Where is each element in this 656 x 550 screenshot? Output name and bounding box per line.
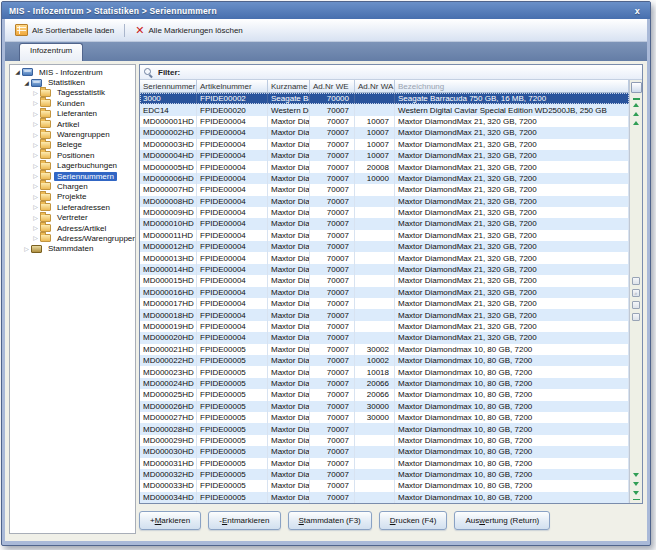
button-entmarkieren[interactable]: - Entmarkieren [208, 511, 280, 530]
table-row-MD000023HD[interactable]: MD000023HDFPIDE00005Maxtor Dia7000710018… [140, 366, 629, 377]
expand-icon[interactable]: ▷ [31, 89, 40, 97]
expand-icon[interactable]: ▷ [31, 99, 40, 107]
table-row-MD000006HD[interactable]: MD000006HDFPIDE00004Maxtor Dia7000710000… [140, 173, 629, 184]
expand-icon[interactable]: ▷ [31, 234, 40, 242]
collapse-icon[interactable]: ◢ [13, 68, 22, 76]
column-header-ad-nr-wa[interactable]: Ad.Nr WA [355, 80, 395, 93]
table-row-MD000020HD[interactable]: MD000020HDFPIDE00004Maxtor Dia70007Maxto… [140, 332, 629, 343]
table-row-MD000021HD[interactable]: MD000021HDFPIDE00005Maxtor Dia7000730002… [140, 344, 629, 355]
table-row-MD000002HD[interactable]: MD000002HDFPIDE00004Maxtor Dia7000710007… [140, 127, 629, 138]
layout-icon[interactable] [632, 313, 640, 321]
prev-row-icon[interactable] [633, 121, 639, 125]
tree-item-chargen[interactable]: ▷Chargen [10, 181, 135, 191]
button-drucken-f4[interactable]: Drucken (F4) [379, 511, 448, 530]
table-row-MD000004HD[interactable]: MD000004HDFPIDE00004Maxtor Dia7000710007… [140, 150, 629, 161]
tree-item-lieferadressen[interactable]: ▷Lieferadressen [10, 202, 135, 212]
tree-item-tagesstatistik[interactable]: ▷Tagesstatistik [10, 88, 135, 98]
collapse-icon[interactable]: ◢ [22, 79, 31, 87]
expand-icon[interactable]: ▷ [31, 172, 40, 180]
table-row-MD000005HD[interactable]: MD000005HDFPIDE00004Maxtor Dia7000720008… [140, 161, 629, 172]
tree-item-adress-artikel[interactable]: ▷Adress/Artikel [10, 223, 135, 233]
table-row-MD000009HD[interactable]: MD000009HDFPIDE00004Maxtor Dia70007Maxto… [140, 207, 629, 218]
table-row-EDC14[interactable]: EDC14FPIDE00020Western Di70007Western Di… [140, 104, 629, 115]
column-header-bezeichnung[interactable]: Bezeichnung [395, 80, 629, 93]
table-row-MD000007HD[interactable]: MD000007HDFPIDE00004Maxtor Dia70007Maxto… [140, 184, 629, 195]
tree-item-positionen[interactable]: ▷Positionen [10, 150, 135, 160]
table-row-MD000029HD[interactable]: MD000029HDFPIDE00005Maxtor Dia70007Maxto… [140, 435, 629, 446]
table-row-MD000008HD[interactable]: MD000008HDFPIDE00004Maxtor Dia70007Maxto… [140, 196, 629, 207]
expand-icon[interactable]: ▷ [31, 141, 40, 149]
table-row-MD000018HD[interactable]: MD000018HDFPIDE00004Maxtor Dia70007Maxto… [140, 309, 629, 320]
table-row-MD000027HD[interactable]: MD000027HDFPIDE00005Maxtor Dia7000730000… [140, 412, 629, 423]
go-first-icon[interactable] [633, 103, 639, 107]
expand-icon[interactable]: ▷ [31, 120, 40, 128]
prev-page-icon[interactable] [633, 112, 639, 116]
tree-item-artikel[interactable]: ▷Artikel [10, 119, 135, 129]
table-row-MD000012HD[interactable]: MD000012HDFPIDE00004Maxtor Dia70007Maxto… [140, 241, 629, 252]
tree-item-vertreter[interactable]: ▷Vertreter [10, 212, 135, 222]
load-sort-table-button[interactable]: Als Sortiertabelle laden [9, 22, 120, 38]
table-row-MD000022HD[interactable]: MD000022HDFPIDE00005Maxtor Dia7000710002… [140, 355, 629, 366]
tree-item-warengruppen[interactable]: ▷Warengruppen [10, 129, 135, 139]
insert-icon[interactable] [632, 277, 640, 285]
tree-item-seriennummern[interactable]: ▷Seriennummern [10, 171, 135, 181]
cell-ad-nr-we: 70007 [310, 458, 355, 469]
expand-icon[interactable]: ▷ [31, 203, 40, 211]
table-row-MD000011HD[interactable]: MD000011HDFPIDE00004Maxtor Dia70007Maxto… [140, 230, 629, 241]
table-row-MD000003HD[interactable]: MD000003HDFPIDE00004Maxtor Dia7000710007… [140, 139, 629, 150]
expand-icon[interactable]: ▷ [31, 214, 40, 222]
bookmark-icon[interactable] [632, 301, 640, 309]
expand-icon[interactable]: ▷ [31, 162, 40, 170]
tree-item-belege[interactable]: ▷Belege [10, 140, 135, 150]
table-row-MD000013HD[interactable]: MD000013HDFPIDE00004Maxtor Dia70007Maxto… [140, 252, 629, 263]
tree-item-statistiken[interactable]: ◢Statistiken [10, 77, 135, 87]
button-auswertung-return[interactable]: Auswertung (Return) [454, 511, 550, 530]
table-row-MD000026HD[interactable]: MD000026HDFPIDE00005Maxtor Dia7000730000… [140, 401, 629, 412]
table-row-MD000033HD[interactable]: MD000033HDFPIDE00005Maxtor Dia70007Maxto… [140, 480, 629, 491]
next-row-icon[interactable] [633, 473, 639, 477]
table-row-MD000010HD[interactable]: MD000010HDFPIDE00004Maxtor Dia70007Maxto… [140, 218, 629, 229]
table-row-MD000017HD[interactable]: MD000017HDFPIDE00004Maxtor Dia70007Maxto… [140, 298, 629, 309]
table-row-MD000025HD[interactable]: MD000025HDFPIDE00005Maxtor Dia7000720066… [140, 389, 629, 400]
next-page-icon[interactable] [633, 482, 639, 486]
table-row-MD000001HD[interactable]: MD000001HDFPIDE00004Maxtor Dia7000710007… [140, 116, 629, 127]
expand-icon[interactable]: ▷ [31, 224, 40, 232]
close-icon[interactable]: x [632, 6, 643, 16]
button-stammdaten-f3[interactable]: Stammdaten (F3) [288, 511, 372, 530]
table-row-MD000031HD[interactable]: MD000031HDFPIDE00005Maxtor Dia70007Maxto… [140, 458, 629, 469]
tree-item-lieferanten[interactable]: ▷Lieferanten [10, 109, 135, 119]
column-customize-icon[interactable] [631, 82, 642, 93]
expand-icon[interactable]: ▷ [31, 131, 40, 139]
table-row-MD000019HD[interactable]: MD000019HDFPIDE00004Maxtor Dia70007Maxto… [140, 321, 629, 332]
column-header-seriennummer[interactable]: Seriennummer▼ [140, 80, 197, 93]
table-row-MD000028HD[interactable]: MD000028HDFPIDE00005Maxtor Dia70007Maxto… [140, 423, 629, 434]
table-row-3000[interactable]: 3000FPIDE00002Seagate Ba70000Seagate Bar… [140, 93, 629, 104]
button-markieren[interactable]: + Markieren [139, 511, 201, 530]
table-row-MD000014HD[interactable]: MD000014HDFPIDE00004Maxtor Dia70007Maxto… [140, 264, 629, 275]
expand-icon[interactable]: ▷ [31, 110, 40, 118]
table-row-MD000015HD[interactable]: MD000015HDFPIDE00004Maxtor Dia70007Maxto… [140, 275, 629, 286]
filter-bar[interactable]: Filter: [140, 65, 642, 80]
column-header-artikelnummer[interactable]: Artikelnummer [197, 80, 268, 93]
table-row-MD000030HD[interactable]: MD000030HDFPIDE00005Maxtor Dia70007Maxto… [140, 446, 629, 457]
expand-icon[interactable]: ▷ [31, 151, 40, 159]
table-row-MD000034HD[interactable]: MD000034HDFPIDE00005Maxtor Dia70007Maxto… [140, 492, 629, 503]
expand-icon[interactable]: ▷ [31, 193, 40, 201]
expand-icon[interactable]: ▷ [22, 245, 31, 253]
tree-item-mis-infozentrum[interactable]: ◢MIS - Infozentrum [10, 67, 135, 77]
tree-item-kunden[interactable]: ▷Kunden [10, 98, 135, 108]
tree-item-stammdaten[interactable]: ▷Stammdaten [10, 244, 135, 254]
table-row-MD000024HD[interactable]: MD000024HDFPIDE00005Maxtor Dia7000720066… [140, 378, 629, 389]
tree-item-projekte[interactable]: ▷Projekte [10, 192, 135, 202]
expand-icon[interactable]: ▷ [31, 182, 40, 190]
go-last-icon[interactable] [633, 491, 639, 495]
table-row-MD000032HD[interactable]: MD000032HDFPIDE00005Maxtor Dia70007Maxto… [140, 469, 629, 480]
tab-infozentrum[interactable]: Infozentrum [19, 43, 83, 61]
tree-item-adress-warengruppen[interactable]: ▷Adress/Warengruppen [10, 233, 135, 243]
clear-marks-button[interactable]: ✕ Alle Markierungen löschen [129, 23, 249, 37]
search-icon[interactable]: ⌕ [632, 289, 640, 297]
column-header-ad-nr-we[interactable]: Ad.Nr WE [310, 80, 355, 93]
tree-item-lagerbuchungen[interactable]: ▷Lagerbuchungen [10, 161, 135, 171]
table-row-MD000016HD[interactable]: MD000016HDFPIDE00004Maxtor Dia70007Maxto… [140, 287, 629, 298]
column-header-kurzname[interactable]: Kurzname [268, 80, 310, 93]
